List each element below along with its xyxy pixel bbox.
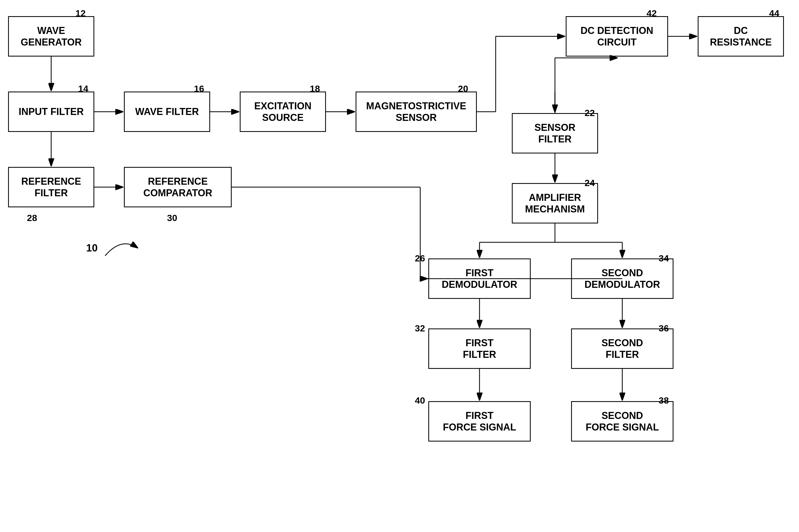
- diagram: WAVEGENERATOR 12 INPUT FILTER 14 WAVE FI…: [0, 0, 799, 532]
- connection-arrows: [0, 0, 799, 532]
